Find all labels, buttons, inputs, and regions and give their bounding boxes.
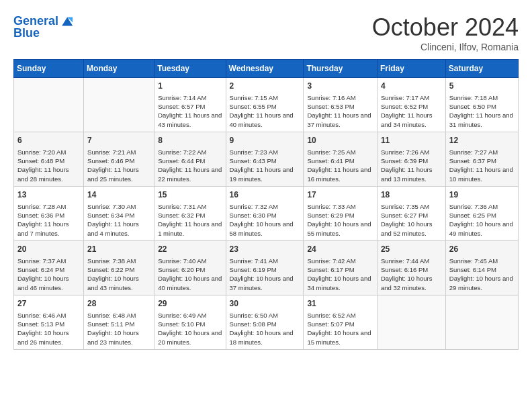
calendar-cell <box>84 78 154 132</box>
day-number: 11 <box>381 135 442 146</box>
calendar-cell: 23Sunrise: 7:41 AM Sunset: 6:19 PM Dayli… <box>226 240 304 295</box>
calendar-cell: 20Sunrise: 7:37 AM Sunset: 6:24 PM Dayli… <box>14 240 84 295</box>
logo: General Blue <box>13 13 76 40</box>
calendar-cell: 29Sunrise: 6:49 AM Sunset: 5:10 PM Dayli… <box>154 295 226 349</box>
calendar-cell: 13Sunrise: 7:28 AM Sunset: 6:36 PM Dayli… <box>14 186 84 240</box>
day-of-week-header: Tuesday <box>154 60 226 78</box>
calendar-cell: 5Sunrise: 7:18 AM Sunset: 6:50 PM Daylig… <box>445 78 518 132</box>
calendar-week-row: 13Sunrise: 7:28 AM Sunset: 6:36 PM Dayli… <box>14 186 519 240</box>
calendar-cell: 18Sunrise: 7:35 AM Sunset: 6:27 PM Dayli… <box>377 186 445 240</box>
day-info: Sunrise: 7:20 AM Sunset: 6:48 PM Dayligh… <box>17 148 80 183</box>
day-info: Sunrise: 7:31 AM Sunset: 6:32 PM Dayligh… <box>158 202 222 238</box>
day-number: 3 <box>307 81 373 92</box>
day-info: Sunrise: 6:49 AM Sunset: 5:10 PM Dayligh… <box>158 311 222 347</box>
day-of-week-header: Thursday <box>304 60 378 78</box>
day-info: Sunrise: 7:32 AM Sunset: 6:30 PM Dayligh… <box>230 202 300 238</box>
calendar-cell: 4Sunrise: 7:17 AM Sunset: 6:52 PM Daylig… <box>377 78 445 132</box>
day-number: 24 <box>307 244 373 255</box>
month-title: October 2024 <box>372 13 519 42</box>
day-info: Sunrise: 7:37 AM Sunset: 6:24 PM Dayligh… <box>17 257 80 292</box>
calendar-cell <box>445 295 518 349</box>
day-number: 27 <box>17 298 80 310</box>
calendar-cell <box>377 295 445 349</box>
calendar-cell <box>14 78 84 132</box>
day-info: Sunrise: 7:42 AM Sunset: 6:17 PM Dayligh… <box>307 257 373 292</box>
calendar-cell: 26Sunrise: 7:45 AM Sunset: 6:14 PM Dayli… <box>445 240 518 295</box>
day-info: Sunrise: 7:25 AM Sunset: 6:41 PM Dayligh… <box>307 148 373 183</box>
calendar-cell: 24Sunrise: 7:42 AM Sunset: 6:17 PM Dayli… <box>304 240 378 295</box>
calendar-cell: 11Sunrise: 7:26 AM Sunset: 6:39 PM Dayli… <box>377 132 445 186</box>
calendar-cell: 16Sunrise: 7:32 AM Sunset: 6:30 PM Dayli… <box>226 186 304 240</box>
day-info: Sunrise: 7:33 AM Sunset: 6:29 PM Dayligh… <box>307 202 373 238</box>
calendar-cell: 25Sunrise: 7:44 AM Sunset: 6:16 PM Dayli… <box>377 240 445 295</box>
day-number: 16 <box>230 189 300 201</box>
day-info: Sunrise: 7:40 AM Sunset: 6:20 PM Dayligh… <box>158 257 222 292</box>
title-block: October 2024 Clinceni, Ilfov, Romania <box>372 13 519 52</box>
day-info: Sunrise: 7:14 AM Sunset: 6:57 PM Dayligh… <box>158 93 222 129</box>
calendar-cell: 28Sunrise: 6:48 AM Sunset: 5:11 PM Dayli… <box>84 295 154 349</box>
day-info: Sunrise: 7:26 AM Sunset: 6:39 PM Dayligh… <box>381 148 442 183</box>
calendar-cell: 22Sunrise: 7:40 AM Sunset: 6:20 PM Dayli… <box>154 240 226 295</box>
day-of-week-header: Monday <box>84 60 154 78</box>
calendar-cell: 19Sunrise: 7:36 AM Sunset: 6:25 PM Dayli… <box>445 186 518 240</box>
calendar-cell: 15Sunrise: 7:31 AM Sunset: 6:32 PM Dayli… <box>154 186 226 240</box>
calendar-cell: 12Sunrise: 7:27 AM Sunset: 6:37 PM Dayli… <box>445 132 518 186</box>
location: Clinceni, Ilfov, Romania <box>372 42 519 52</box>
day-info: Sunrise: 6:52 AM Sunset: 5:07 PM Dayligh… <box>307 311 373 347</box>
day-number: 4 <box>381 81 442 92</box>
day-info: Sunrise: 7:18 AM Sunset: 6:50 PM Dayligh… <box>449 93 515 129</box>
day-info: Sunrise: 6:46 AM Sunset: 5:13 PM Dayligh… <box>17 311 80 347</box>
day-info: Sunrise: 7:38 AM Sunset: 6:22 PM Dayligh… <box>87 257 150 292</box>
calendar-cell: 31Sunrise: 6:52 AM Sunset: 5:07 PM Dayli… <box>304 295 378 349</box>
day-number: 26 <box>449 244 515 255</box>
logo-icon <box>60 13 76 30</box>
day-number: 25 <box>381 244 442 255</box>
day-info: Sunrise: 7:21 AM Sunset: 6:46 PM Dayligh… <box>87 148 150 183</box>
day-number: 9 <box>230 135 300 146</box>
calendar-week-row: 6Sunrise: 7:20 AM Sunset: 6:48 PM Daylig… <box>14 132 519 186</box>
day-number: 19 <box>449 189 515 201</box>
day-info: Sunrise: 7:30 AM Sunset: 6:34 PM Dayligh… <box>87 202 150 238</box>
day-info: Sunrise: 7:28 AM Sunset: 6:36 PM Dayligh… <box>17 202 80 238</box>
calendar-cell: 2Sunrise: 7:15 AM Sunset: 6:55 PM Daylig… <box>226 78 304 132</box>
day-of-week-header: Friday <box>377 60 445 78</box>
day-number: 5 <box>449 81 515 92</box>
day-info: Sunrise: 7:27 AM Sunset: 6:37 PM Dayligh… <box>449 148 515 183</box>
calendar-cell: 10Sunrise: 7:25 AM Sunset: 6:41 PM Dayli… <box>304 132 378 186</box>
day-number: 29 <box>158 298 222 310</box>
day-number: 7 <box>87 135 150 146</box>
calendar-table: SundayMondayTuesdayWednesdayThursdayFrid… <box>13 59 519 350</box>
day-info: Sunrise: 7:16 AM Sunset: 6:53 PM Dayligh… <box>307 93 373 129</box>
day-info: Sunrise: 6:48 AM Sunset: 5:11 PM Dayligh… <box>87 311 150 347</box>
calendar-cell: 8Sunrise: 7:22 AM Sunset: 6:44 PM Daylig… <box>154 132 226 186</box>
calendar-cell: 7Sunrise: 7:21 AM Sunset: 6:46 PM Daylig… <box>84 132 154 186</box>
day-number: 15 <box>158 189 222 201</box>
page-header: General Blue October 2024 Clinceni, Ilfo… <box>13 13 519 52</box>
day-info: Sunrise: 7:45 AM Sunset: 6:14 PM Dayligh… <box>449 257 515 292</box>
day-number: 21 <box>87 244 150 255</box>
day-info: Sunrise: 7:22 AM Sunset: 6:44 PM Dayligh… <box>158 148 222 183</box>
calendar-cell: 14Sunrise: 7:30 AM Sunset: 6:34 PM Dayli… <box>84 186 154 240</box>
day-info: Sunrise: 7:23 AM Sunset: 6:43 PM Dayligh… <box>230 148 300 183</box>
calendar-cell: 1Sunrise: 7:14 AM Sunset: 6:57 PM Daylig… <box>154 78 226 132</box>
calendar-week-row: 1Sunrise: 7:14 AM Sunset: 6:57 PM Daylig… <box>14 78 519 132</box>
day-info: Sunrise: 7:17 AM Sunset: 6:52 PM Dayligh… <box>381 93 442 129</box>
day-number: 22 <box>158 244 222 255</box>
calendar-header-row: SundayMondayTuesdayWednesdayThursdayFrid… <box>14 60 519 78</box>
day-number: 23 <box>230 244 300 255</box>
day-of-week-header: Wednesday <box>226 60 304 78</box>
day-info: Sunrise: 6:50 AM Sunset: 5:08 PM Dayligh… <box>230 311 300 347</box>
day-info: Sunrise: 7:41 AM Sunset: 6:19 PM Dayligh… <box>230 257 300 292</box>
calendar-cell: 21Sunrise: 7:38 AM Sunset: 6:22 PM Dayli… <box>84 240 154 295</box>
day-number: 1 <box>158 81 222 92</box>
day-number: 20 <box>17 244 80 255</box>
calendar-week-row: 20Sunrise: 7:37 AM Sunset: 6:24 PM Dayli… <box>14 240 519 295</box>
day-number: 14 <box>87 189 150 201</box>
day-number: 17 <box>307 189 373 201</box>
day-info: Sunrise: 7:35 AM Sunset: 6:27 PM Dayligh… <box>381 202 442 238</box>
day-info: Sunrise: 7:36 AM Sunset: 6:25 PM Dayligh… <box>449 202 515 238</box>
day-number: 28 <box>87 298 150 310</box>
day-of-week-header: Sunday <box>14 60 84 78</box>
day-number: 12 <box>449 135 515 146</box>
calendar-cell: 3Sunrise: 7:16 AM Sunset: 6:53 PM Daylig… <box>304 78 378 132</box>
